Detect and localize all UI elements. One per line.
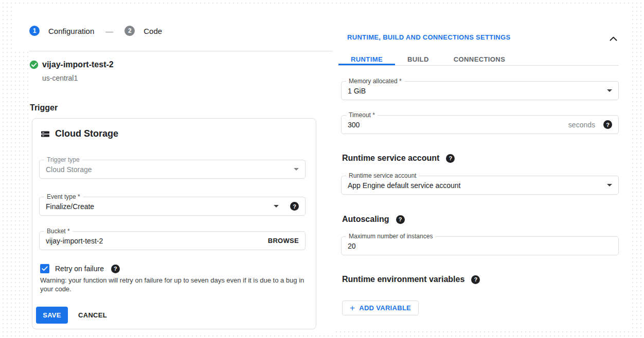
timeout-input[interactable]: Timeout * 300 seconds ? [341,115,619,134]
trigger-type-value: Cloud Storage [46,165,294,174]
help-icon[interactable]: ? [396,215,405,224]
bucket-input[interactable]: Bucket * vijay-import-test-2 BROWSE [39,231,306,250]
trigger-card-title-row: Cloud Storage [40,128,118,139]
autoscaling-heading: Autoscaling [342,215,389,224]
chevron-down-icon [274,205,279,208]
retry-warning-text: Warning: your function will retry on fai… [40,276,308,293]
help-icon[interactable]: ? [446,154,455,163]
memory-allocated-value: 1 GiB [348,87,607,95]
cancel-button[interactable]: CANCEL [78,311,107,319]
trigger-card-title: Cloud Storage [55,128,118,139]
add-variable-label: ADD VARIABLE [359,304,411,312]
trigger-section-title: Trigger [30,103,58,112]
timeout-value[interactable]: 300 [348,121,568,129]
step-1-label[interactable]: Configuration [48,27,94,35]
service-account-label: Runtime service account [346,172,419,180]
step-separator: — [105,27,113,35]
chevron-down-icon [607,89,612,92]
env-variables-heading: Runtime environment variables [342,275,464,284]
help-icon[interactable]: ? [603,120,612,129]
tab-connections[interactable]: CONNECTIONS [441,53,517,65]
help-icon[interactable]: ? [471,275,480,284]
event-type-label: Event type * [44,193,83,201]
settings-tabs: RUNTIME BUILD CONNECTIONS [338,53,619,66]
stepper-panel: 1 Configuration — 2 Code [14,5,333,51]
configuration-panel: vijay-import-test-2 us-central1 Trigger … [29,51,333,333]
plus-icon: + [350,304,355,312]
env-variables-heading-row: Runtime environment variables ? [342,275,480,284]
runtime-settings-panel: RUNTIME, BUILD AND CONNECTIONS SETTINGS … [336,6,630,331]
timeout-unit: seconds [568,121,595,129]
memory-allocated-label: Memory allocated * [346,78,404,85]
check-circle-icon [29,60,39,69]
service-account-heading: Runtime service account [342,154,439,163]
memory-allocated-select[interactable]: Memory allocated * 1 GiB [341,81,619,100]
help-icon[interactable]: ? [290,202,299,211]
tab-runtime[interactable]: RUNTIME [338,53,395,65]
trigger-type-select[interactable]: Trigger type Cloud Storage [39,160,306,179]
event-type-value: Finalize/Create [46,202,274,211]
step-1-badge[interactable]: 1 [29,26,40,36]
chevron-down-icon [294,168,299,171]
event-type-select[interactable]: Event type * Finalize/Create ? [39,197,306,216]
max-instances-input[interactable]: Maximum number of instances 20 [341,236,619,255]
timeout-label: Timeout * [346,111,378,119]
help-icon[interactable]: ? [111,265,120,273]
retry-checkbox[interactable] [40,264,49,273]
service-account-heading-row: Runtime service account ? [342,154,455,163]
function-region: us-central1 [42,74,78,82]
service-account-value: App Engine default service account [348,181,607,190]
autoscaling-heading-row: Autoscaling ? [342,215,405,224]
stepper: 1 Configuration — 2 Code [29,26,162,36]
max-instances-label: Maximum number of instances [346,233,435,240]
retry-on-failure-row: Retry on failure ? [40,264,120,273]
trigger-card: Cloud Storage Trigger type Cloud Storage… [32,118,316,329]
save-button[interactable]: SAVE [36,307,68,324]
step-2-label[interactable]: Code [144,27,162,35]
function-name: vijay-import-test-2 [42,60,114,69]
trigger-actions: SAVE CANCEL [36,307,107,324]
chevron-down-icon [607,184,612,186]
service-account-select[interactable]: Runtime service account App Engine defau… [341,176,619,195]
runtime-settings-header[interactable]: RUNTIME, BUILD AND CONNECTIONS SETTINGS [347,33,510,41]
step-2-badge[interactable]: 2 [124,26,135,36]
tab-build[interactable]: BUILD [395,53,441,65]
browse-button[interactable]: BROWSE [268,237,299,245]
bucket-value[interactable]: vijay-import-test-2 [46,237,268,245]
function-name-row: vijay-import-test-2 [29,60,114,69]
cloud-storage-icon [40,129,50,139]
max-instances-value[interactable]: 20 [348,242,612,250]
chevron-up-icon[interactable] [610,34,617,43]
trigger-type-label: Trigger type [44,156,82,164]
retry-checkbox-label[interactable]: Retry on failure [55,265,104,273]
add-variable-button[interactable]: + ADD VARIABLE [342,301,419,315]
bucket-label: Bucket * [44,228,73,235]
